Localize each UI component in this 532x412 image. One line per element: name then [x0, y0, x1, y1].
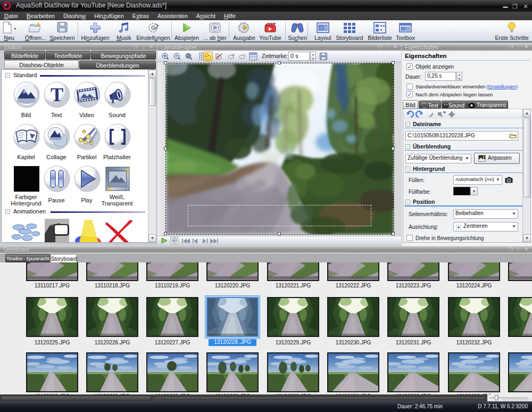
svg-text:T: T [51, 84, 63, 105]
svg-text:T: T [422, 102, 427, 109]
